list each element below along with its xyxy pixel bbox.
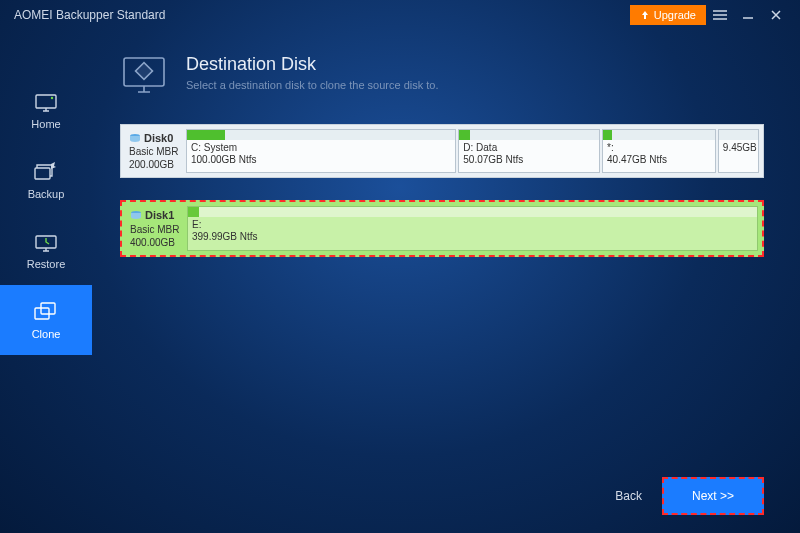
svg-rect-2 bbox=[35, 168, 50, 179]
sidebar-item-label: Backup bbox=[28, 188, 65, 200]
sidebar-item-home[interactable]: Home bbox=[0, 75, 92, 145]
sidebar-item-restore[interactable]: Restore bbox=[0, 215, 92, 285]
upgrade-button[interactable]: Upgrade bbox=[630, 5, 706, 25]
partition: D: Data50.07GB Ntfs bbox=[458, 129, 600, 173]
partition: 9.45GB l bbox=[718, 129, 759, 173]
back-button[interactable]: Back bbox=[615, 489, 642, 503]
home-icon bbox=[33, 90, 59, 112]
clone-icon bbox=[33, 300, 59, 322]
partition-usage-bar bbox=[459, 130, 599, 140]
partition-label: E: bbox=[188, 219, 757, 231]
disk-size: 200.00GB bbox=[129, 158, 182, 171]
partition-size: 9.45GB l bbox=[719, 142, 758, 154]
page-header: Destination Disk Select a destination di… bbox=[120, 54, 764, 96]
partition-usage-bar bbox=[187, 130, 455, 140]
close-button[interactable] bbox=[762, 0, 790, 30]
upgrade-arrow-icon bbox=[640, 10, 650, 20]
disk-size: 400.00GB bbox=[130, 236, 183, 249]
disk-name: Disk0 bbox=[144, 131, 173, 145]
disk-name: Disk1 bbox=[145, 208, 174, 222]
sidebar-item-label: Restore bbox=[27, 258, 66, 270]
page-title: Destination Disk bbox=[186, 54, 439, 75]
minimize-button[interactable] bbox=[734, 0, 762, 30]
sidebar: Home Backup Restore Clone bbox=[0, 30, 92, 533]
partition: C: System100.00GB Ntfs bbox=[186, 129, 456, 173]
menu-button[interactable] bbox=[706, 0, 734, 30]
upgrade-label: Upgrade bbox=[654, 9, 696, 21]
disk-info: Disk0Basic MBR200.00GB bbox=[121, 125, 186, 177]
page-subtitle: Select a destination disk to clone the s… bbox=[186, 79, 439, 91]
sidebar-item-clone[interactable]: Clone bbox=[0, 285, 92, 355]
sidebar-item-backup[interactable]: Backup bbox=[0, 145, 92, 215]
next-label: Next >> bbox=[692, 489, 734, 503]
disk-partitions: C: System100.00GB NtfsD: Data50.07GB Ntf… bbox=[186, 125, 763, 177]
partition-label: *: bbox=[603, 142, 715, 154]
content-area: Destination Disk Select a destination di… bbox=[92, 30, 800, 533]
partition-size: 40.47GB Ntfs bbox=[603, 154, 715, 166]
app-window: AOMEI Backupper Standard Upgrade Home Ba… bbox=[0, 0, 800, 533]
sidebar-item-label: Clone bbox=[32, 328, 61, 340]
restore-icon bbox=[33, 230, 59, 252]
footer-buttons: Back Next >> bbox=[615, 477, 764, 515]
disk-type: Basic MBR bbox=[129, 145, 182, 158]
titlebar: AOMEI Backupper Standard Upgrade bbox=[0, 0, 800, 30]
close-icon bbox=[770, 9, 782, 21]
partition-label: D: Data bbox=[459, 142, 599, 154]
partition: *:40.47GB Ntfs bbox=[602, 129, 716, 173]
svg-rect-0 bbox=[36, 95, 56, 108]
partition-size: 100.00GB Ntfs bbox=[187, 154, 455, 166]
sidebar-item-label: Home bbox=[31, 118, 60, 130]
disk-icon bbox=[130, 210, 142, 220]
disk-card[interactable]: Disk0Basic MBR200.00GBC: System100.00GB … bbox=[120, 124, 764, 178]
minimize-icon bbox=[741, 8, 755, 22]
partition-label: C: System bbox=[187, 142, 455, 154]
partition-size: 399.99GB Ntfs bbox=[188, 231, 757, 243]
backup-icon bbox=[33, 160, 59, 182]
partition-usage-bar bbox=[719, 130, 758, 140]
disk-icon bbox=[129, 133, 141, 143]
partition-usage-bar bbox=[188, 207, 757, 217]
svg-point-1 bbox=[51, 97, 53, 99]
app-title: AOMEI Backupper Standard bbox=[14, 8, 165, 22]
disk-info: Disk1Basic MBR400.00GB bbox=[122, 202, 187, 254]
destination-disk-icon bbox=[120, 54, 168, 96]
menu-icon bbox=[712, 9, 728, 21]
disk-partitions: E:399.99GB Ntfs bbox=[187, 202, 762, 254]
partition-usage-bar bbox=[603, 130, 715, 140]
disk-card[interactable]: Disk1Basic MBR400.00GBE:399.99GB Ntfs bbox=[120, 200, 764, 256]
svg-rect-7 bbox=[136, 63, 153, 80]
partition: E:399.99GB Ntfs bbox=[187, 206, 758, 250]
partition-size: 50.07GB Ntfs bbox=[459, 154, 599, 166]
disk-type: Basic MBR bbox=[130, 223, 183, 236]
next-button[interactable]: Next >> bbox=[662, 477, 764, 515]
